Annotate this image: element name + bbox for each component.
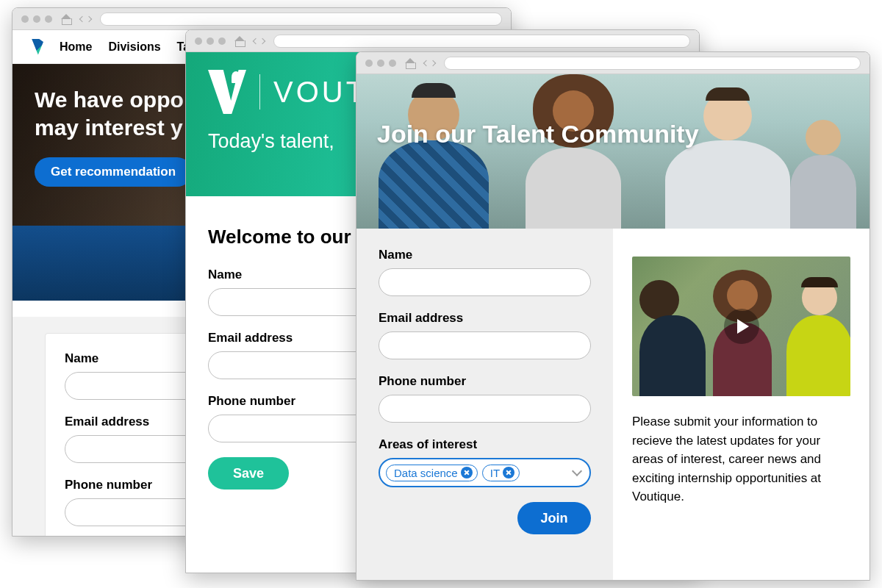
- signup-form: Name Email address Phone number Areas of…: [356, 229, 613, 580]
- save-button[interactable]: Save: [208, 457, 289, 490]
- hero-photo: [356, 74, 870, 229]
- window-dot[interactable]: [195, 37, 202, 45]
- get-recommendations-button[interactable]: Get recommendation: [35, 157, 192, 187]
- home-icon[interactable]: [234, 36, 245, 46]
- remove-chip-icon[interactable]: [503, 467, 514, 478]
- window-dot[interactable]: [377, 60, 384, 67]
- home-icon[interactable]: [61, 14, 71, 24]
- voutique-logo-icon: [208, 70, 246, 114]
- window-dot[interactable]: [45, 15, 52, 23]
- brand-name: VOUT: [273, 76, 367, 109]
- nav-divisions[interactable]: Divisions: [108, 40, 160, 54]
- name-label: Name: [379, 248, 591, 262]
- window-dot[interactable]: [21, 15, 29, 23]
- url-bar[interactable]: [273, 35, 690, 48]
- url-bar[interactable]: [100, 12, 502, 26]
- nav-arrows-icon[interactable]: [80, 17, 91, 21]
- play-icon[interactable]: [724, 309, 759, 344]
- window-controls[interactable]: [365, 60, 396, 67]
- window-dot[interactable]: [389, 60, 396, 67]
- email-label: Email address: [379, 311, 591, 326]
- promo-video[interactable]: [632, 257, 850, 396]
- window-dot[interactable]: [207, 37, 214, 45]
- email-input[interactable]: [379, 331, 591, 359]
- window-titlebar: [186, 30, 699, 52]
- url-bar[interactable]: [444, 57, 861, 70]
- window-titlebar: [12, 8, 511, 30]
- nav-home[interactable]: Home: [60, 40, 92, 54]
- window-dot[interactable]: [365, 60, 373, 67]
- hero-banner: Join our Talent Community: [356, 74, 870, 229]
- info-text: Please submit your information to reciev…: [632, 412, 850, 506]
- browser-window-front: Join our Talent Community Name Email add…: [356, 51, 870, 581]
- nav-arrows-icon[interactable]: [424, 61, 435, 65]
- interest-multiselect[interactable]: Data science IT: [379, 458, 591, 487]
- window-dot[interactable]: [218, 37, 226, 45]
- chip-label: IT: [490, 467, 500, 479]
- home-icon[interactable]: [405, 58, 415, 68]
- interest-chip[interactable]: IT: [482, 465, 520, 481]
- remove-chip-icon[interactable]: [461, 467, 473, 478]
- window-controls[interactable]: [195, 37, 226, 45]
- hero-title: Join our Talent Community: [377, 120, 699, 148]
- window-dot[interactable]: [33, 15, 40, 23]
- interest-chip[interactable]: Data science: [386, 465, 478, 481]
- info-panel: Please submit your information to reciev…: [613, 229, 870, 580]
- join-button[interactable]: Join: [517, 502, 591, 534]
- name-input[interactable]: [379, 268, 591, 296]
- voutique-logo-icon: [32, 39, 43, 55]
- window-titlebar: [356, 52, 870, 74]
- phone-input[interactable]: [379, 395, 591, 423]
- phone-label: Phone number: [379, 374, 591, 389]
- nav-arrows-icon[interactable]: [254, 39, 265, 43]
- chevron-down-icon[interactable]: [572, 466, 582, 476]
- window-controls[interactable]: [21, 15, 52, 23]
- divider: [259, 74, 260, 110]
- chip-label: Data science: [394, 467, 458, 479]
- interest-label: Areas of interest: [379, 437, 591, 452]
